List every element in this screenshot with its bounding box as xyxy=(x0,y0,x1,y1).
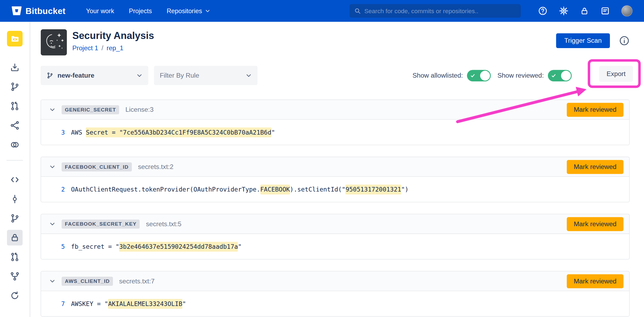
user-avatar[interactable] xyxy=(621,5,632,16)
trigger-scan-button[interactable]: Trigger Scan xyxy=(556,33,610,48)
findings-list: GENERIC_SECRET License:3 Mark reviewed 3… xyxy=(41,99,630,316)
chevron-down-icon xyxy=(246,72,252,78)
mark-reviewed-button[interactable]: Mark reviewed xyxy=(567,274,623,288)
breadcrumb: Project 1 / rep_1 xyxy=(72,44,154,52)
finding-location: secrets.txt:7 xyxy=(119,277,155,285)
search-icon xyxy=(354,8,361,15)
lock-icon[interactable] xyxy=(580,6,589,16)
pull-requests-icon[interactable] xyxy=(7,98,23,114)
code-segment: " xyxy=(238,243,242,250)
secret-highlight: FACEBOOK xyxy=(260,184,290,194)
toggle-group: Show allowlisted: Show reviewed: xyxy=(412,70,572,81)
finding-card: FACEBOOK_SECRET_KEY secrets.txt:5 Mark r… xyxy=(41,214,630,260)
code-text: AWSKEY = "AKIALALEMEL33243OLIB" xyxy=(71,300,186,308)
source-code-icon[interactable] xyxy=(7,172,23,188)
collapse-chevron-icon[interactable] xyxy=(48,163,56,171)
code-segment: AWSKEY = " xyxy=(71,300,108,308)
toggle-knob xyxy=(480,70,490,80)
collapse-chevron-icon[interactable] xyxy=(48,277,56,285)
check-icon xyxy=(470,73,475,78)
finding-card: FACEBOOK_CLIENT_ID secrets.txt:2 Mark re… xyxy=(41,157,630,202)
notes-icon[interactable] xyxy=(601,6,610,16)
compare-icon[interactable] xyxy=(7,137,23,153)
rule-badge: AWS_CLIENT_ID xyxy=(62,276,113,286)
secret-highlight: 950513172001321 xyxy=(346,184,401,194)
code-line: 2 OAuthClientRequest.tokenProvider(OAuth… xyxy=(41,177,629,202)
code-text: fb_secret = "3b2e464637e5159024254dd78aa… xyxy=(71,243,242,250)
security-lock-icon[interactable] xyxy=(7,230,23,246)
repo-folder-icon xyxy=(10,34,19,43)
code-line: 5 fb_secret = "3b2e464637e5159024254dd78… xyxy=(41,234,629,259)
secret-highlight: Secret = "7ce556A3bD234Cc1Ff9E8A5C324C0b… xyxy=(86,127,271,137)
show-reviewed-label: Show reviewed: xyxy=(497,72,544,79)
code-line: 7 AWSKEY = "AKIALALEMEL33243OLIB" xyxy=(41,291,629,316)
collapse-chevron-icon[interactable] xyxy=(48,106,56,114)
rule-filter-dropdown[interactable]: Filter By Rule xyxy=(154,66,258,85)
sidebar-divider xyxy=(6,160,23,161)
finding-location: License:3 xyxy=(125,106,153,113)
header-actions: Trigger Scan xyxy=(556,29,630,48)
nav-your-work-label: Your work xyxy=(86,7,114,15)
branches-icon[interactable] xyxy=(7,79,23,95)
clone-icon[interactable] xyxy=(7,60,23,75)
title-block: Security Analysis Project 1 / rep_1 xyxy=(72,29,154,52)
code-line: 3 AWS Secret = "7ce556A3bD234Cc1Ff9E8A5C… xyxy=(41,120,629,145)
finding-card: GENERIC_SECRET License:3 Mark reviewed 3… xyxy=(41,99,630,145)
rule-badge: FACEBOOK_SECRET_KEY xyxy=(62,219,140,229)
mark-reviewed-button[interactable]: Mark reviewed xyxy=(567,160,623,174)
sync-icon[interactable] xyxy=(7,288,23,303)
page-title: Security Analysis xyxy=(72,30,154,42)
nav-repositories[interactable]: Repositories xyxy=(167,7,210,15)
bitbucket-logo[interactable]: Bitbucket xyxy=(12,6,65,16)
code-text: OAuthClientRequest.tokenProvider(OAuthPr… xyxy=(71,186,409,193)
rule-filter-value: Filter By Rule xyxy=(160,72,199,79)
repo-avatar xyxy=(41,29,67,56)
mark-reviewed-button[interactable]: Mark reviewed xyxy=(567,217,623,231)
show-allowlisted-toggle[interactable] xyxy=(467,70,491,81)
branches-icon[interactable] xyxy=(7,211,23,226)
breadcrumb-separator: / xyxy=(101,44,103,52)
pipelines-icon[interactable] xyxy=(7,118,23,133)
forks-icon[interactable] xyxy=(7,268,23,284)
secret-highlight: AKIALALEMEL33243OLIB xyxy=(108,299,182,309)
chevron-down-icon xyxy=(205,8,210,14)
search-input[interactable] xyxy=(364,8,516,15)
nav-your-work[interactable]: Your work xyxy=(86,7,114,15)
brand-name: Bitbucket xyxy=(25,6,65,16)
collapse-chevron-icon[interactable] xyxy=(48,220,56,228)
check-icon xyxy=(551,73,556,78)
export-button[interactable]: Export xyxy=(599,66,633,82)
navbar-actions xyxy=(538,5,632,16)
main-content: Security Analysis Project 1 / rep_1 Trig… xyxy=(30,22,644,317)
chevron-down-icon xyxy=(136,72,142,78)
line-number: 7 xyxy=(57,300,65,308)
commits-icon[interactable] xyxy=(7,191,23,207)
code-segment: " xyxy=(271,128,275,136)
show-allowlisted-label: Show allowlisted: xyxy=(412,72,463,79)
branch-icon xyxy=(46,72,53,79)
breadcrumb-project-link[interactable]: Project 1 xyxy=(72,44,98,52)
nav-projects[interactable]: Projects xyxy=(129,7,152,15)
code-segment: ).setClientId(" xyxy=(290,186,345,193)
code-segment: AWS xyxy=(71,128,86,136)
help-icon[interactable] xyxy=(538,6,547,16)
branch-selector[interactable]: new-feature xyxy=(41,66,148,85)
code-segment: OAuthClientRequest.tokenProvider(OAuthPr… xyxy=(71,186,260,193)
finding-card: AWS_CLIENT_ID secrets.txt:7 Mark reviewe… xyxy=(41,271,630,317)
show-reviewed-toggle[interactable] xyxy=(548,70,572,81)
rule-badge: FACEBOOK_CLIENT_ID xyxy=(62,162,132,171)
bitbucket-icon xyxy=(12,6,22,16)
repo-sidebar xyxy=(0,22,30,317)
code-segment: " xyxy=(182,300,186,308)
pull-requests-icon[interactable] xyxy=(7,249,23,265)
rule-badge: GENERIC_SECRET xyxy=(62,105,119,114)
primary-nav: Your work Projects Repositories xyxy=(86,7,210,15)
mark-reviewed-button[interactable]: Mark reviewed xyxy=(567,103,623,117)
nav-projects-label: Projects xyxy=(129,7,152,15)
search-bar[interactable] xyxy=(350,4,521,18)
repository-avatar[interactable] xyxy=(7,31,23,46)
info-icon[interactable] xyxy=(619,35,630,46)
settings-gear-icon[interactable] xyxy=(559,6,568,16)
line-number: 2 xyxy=(57,186,65,193)
breadcrumb-repo-link[interactable]: rep_1 xyxy=(107,44,123,52)
